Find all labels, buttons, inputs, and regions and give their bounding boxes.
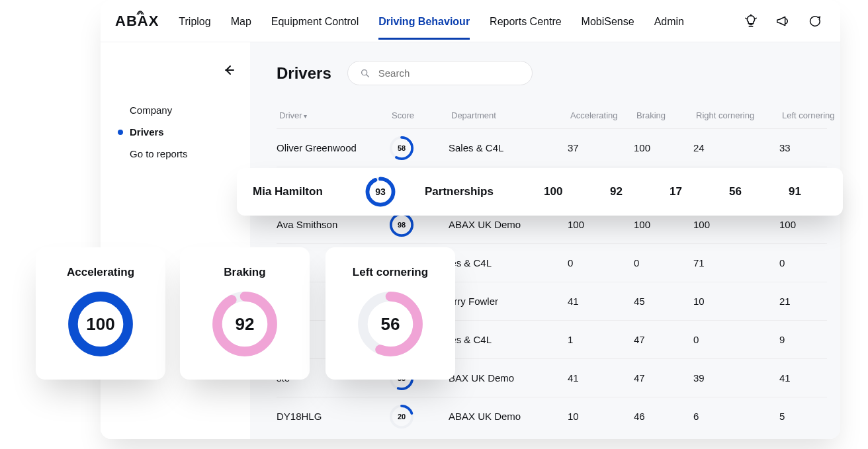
sidebar-item-label: Drivers: [130, 126, 164, 138]
cell-braking: 0: [634, 257, 693, 268]
table-row[interactable]: DY18HLG20ABAX UK Demo104665: [277, 397, 827, 435]
hl-left: 56: [729, 185, 789, 198]
hl-braking: 92: [610, 185, 670, 198]
back-arrow-icon[interactable]: [221, 62, 238, 81]
score-value: 58: [398, 144, 406, 152]
search-input[interactable]: [377, 67, 520, 79]
cell-left-cornering: 0: [779, 257, 840, 268]
cell-braking: 46: [634, 411, 693, 422]
app-body: Company Drivers Go to reports Drivers: [101, 42, 840, 439]
search-input-wrap[interactable]: [347, 61, 533, 85]
score-value: 20: [398, 413, 406, 421]
sidebar-item-drivers[interactable]: Drivers: [115, 121, 238, 143]
cell-accelerating: 37: [568, 142, 634, 153]
cell-left-cornering: 9: [779, 334, 840, 345]
announce-icon[interactable]: [775, 14, 790, 28]
cell-braking: 100: [634, 142, 693, 153]
col-right-cornering[interactable]: Right cornering: [696, 110, 782, 120]
sidebar-dot: [118, 108, 123, 113]
score-ring: 58: [389, 136, 414, 161]
cell-left-cornering: 21: [779, 296, 840, 307]
cell-right-cornering: 24: [693, 142, 779, 153]
antenna-icon: [136, 10, 144, 15]
col-left-cornering[interactable]: Left cornering: [782, 110, 840, 120]
brand-logo: ABAX: [115, 13, 159, 30]
cell-department: ABAX UK Demo: [449, 411, 568, 422]
highlighted-driver-row[interactable]: Mia Hamilton 93 Partnerships 100 92 17 5…: [237, 168, 843, 216]
cell-right-cornering: 39: [693, 372, 779, 384]
cell-right-cornering: 10: [693, 296, 779, 307]
cell-department: arry Fowler: [449, 296, 568, 307]
cell-braking: 45: [634, 296, 693, 307]
main-header: Drivers: [277, 61, 827, 85]
cell-accelerating: 0: [568, 257, 634, 268]
sidebar-dot: [118, 151, 123, 157]
cell-right-cornering: 0: [693, 334, 779, 345]
cell-score: 58: [389, 136, 449, 161]
top-nav: ABAX Triplog Map Equipment Control Drivi…: [101, 0, 840, 42]
cell-score: 20: [389, 404, 449, 429]
cell-accelerating: 41: [568, 372, 634, 384]
svg-point-0: [361, 69, 367, 75]
idea-icon[interactable]: [744, 14, 758, 28]
sidebar-item-go-to-reports[interactable]: Go to reports: [115, 143, 238, 165]
cell-right-cornering: 71: [693, 257, 779, 268]
hl-accelerating: 100: [544, 185, 610, 198]
nav-item-map[interactable]: Map: [231, 3, 251, 40]
cell-left-cornering: 5: [779, 411, 840, 422]
nav-item-mobisense[interactable]: MobiSense: [582, 3, 634, 40]
table-row[interactable]: Oliver Greenwood58Sales & C4L371002433: [277, 128, 827, 167]
cell-left-cornering: 41: [779, 372, 840, 384]
score-value: 98: [398, 221, 406, 229]
nav-item-triplog[interactable]: Triplog: [179, 3, 210, 40]
nav-item-driving-behaviour[interactable]: Driving Behaviour: [378, 3, 470, 40]
cell-department: BAX UK Demo: [449, 372, 568, 384]
hl-department: Partnerships: [425, 185, 544, 198]
col-accelerating[interactable]: Accelerating: [570, 110, 636, 120]
cell-department: les & C4L: [449, 257, 568, 268]
chat-icon[interactable]: [807, 14, 822, 28]
hl-right: 17: [670, 185, 729, 198]
table-header: Driver Score Department Accelerating Bra…: [277, 105, 827, 128]
nav-item-admin[interactable]: Admin: [654, 3, 684, 40]
score-value: 93: [375, 186, 386, 197]
kpi-title: Accelerating: [67, 266, 134, 279]
cell-braking: 47: [634, 334, 693, 345]
kpi-ring: 92: [210, 290, 279, 358]
col-braking[interactable]: Braking: [636, 110, 696, 120]
sidebar-dot: [118, 130, 123, 135]
kpi-left-cornering: Left cornering 56: [326, 247, 455, 380]
kpi-ring: 100: [66, 290, 135, 358]
col-score[interactable]: Score: [392, 110, 451, 120]
cell-left-cornering: 100: [779, 219, 840, 230]
cell-accelerating: 10: [568, 411, 634, 422]
kpi-title: Braking: [224, 266, 265, 279]
kpi-braking: Braking 92: [180, 247, 310, 380]
hl-score: 93: [365, 177, 425, 207]
cell-left-cornering: 33: [779, 142, 840, 153]
sidebar: Company Drivers Go to reports: [101, 42, 250, 439]
sidebar-item-label: Company: [130, 104, 172, 116]
main-content: Drivers Driver Score Department Accelera…: [250, 42, 840, 439]
page-title: Drivers: [277, 64, 331, 83]
cell-right-cornering: 100: [693, 219, 779, 230]
col-department[interactable]: Department: [451, 110, 570, 120]
kpi-accelerating: Accelerating 100: [36, 247, 165, 380]
nav-icons: [744, 14, 822, 28]
cell-accelerating: 1: [568, 334, 634, 345]
sidebar-item-company[interactable]: Company: [115, 99, 238, 121]
cell-right-cornering: 6: [693, 411, 779, 422]
cell-accelerating: 100: [568, 219, 634, 230]
cell-accelerating: 41: [568, 296, 634, 307]
nav-items: Triplog Map Equipment Control Driving Be…: [179, 3, 724, 40]
score-ring: 98: [389, 212, 414, 237]
kpi-value: 56: [381, 314, 400, 335]
nav-item-equipment-control[interactable]: Equipment Control: [271, 3, 359, 40]
cell-driver: Oliver Greenwood: [277, 142, 389, 153]
col-driver[interactable]: Driver: [279, 110, 392, 120]
hl-extra: 91: [789, 185, 842, 198]
cell-department: ABAX UK Demo: [449, 219, 568, 230]
nav-item-reports-centre[interactable]: Reports Centre: [490, 3, 562, 40]
cell-braking: 100: [634, 219, 693, 230]
cell-score: 98: [389, 212, 449, 237]
